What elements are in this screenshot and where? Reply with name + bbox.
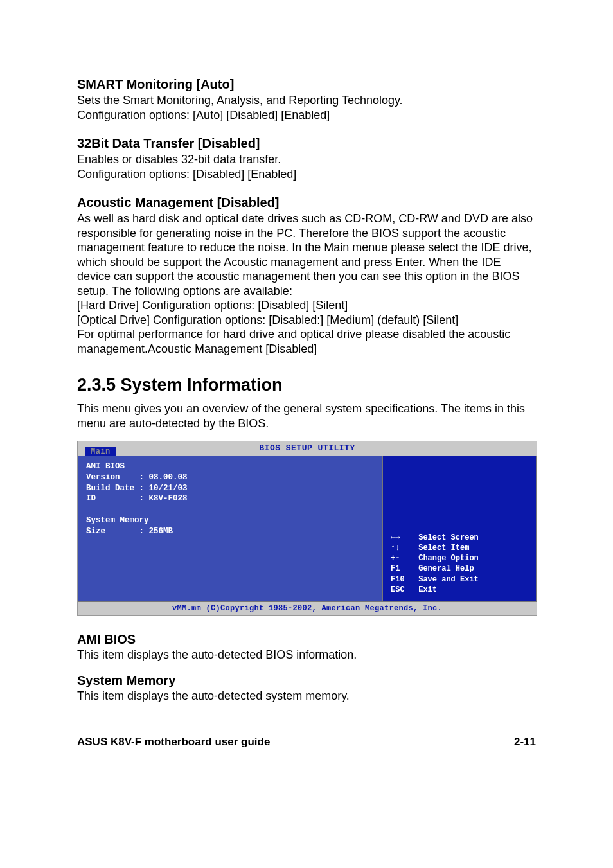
sysmem-desc: This item displays the auto-detected sys… (77, 689, 536, 703)
section-sysinfo-title: 2.3.5 System Information (77, 375, 536, 395)
bios-body: AMI BIOS Version : 08.00.08 Build Date :… (78, 456, 537, 602)
section-sysinfo-intro: This menu gives you an overview of the g… (77, 402, 536, 432)
amibios-desc: This item displays the auto-detected BIO… (77, 648, 536, 662)
sysmem-title: System Memory (77, 673, 536, 688)
bios-right-panel: ←→ Select Screen ↑↓ Select Item +- Chang… (383, 456, 537, 602)
transfer-desc: Enables or disables 32-bit data transfer… (77, 152, 536, 181)
bios-help-text: ←→ Select Screen ↑↓ Select Item +- Chang… (391, 533, 529, 595)
bios-header: BIOS SETUP UTILITY Main (78, 441, 537, 456)
smart-title: SMART Monitoring [Auto] (77, 77, 536, 92)
page-footer: ASUS K8V-F motherboard user guide 2-11 (77, 729, 536, 748)
transfer-title: 32Bit Data Transfer [Disabled] (77, 136, 536, 151)
amibios-title: AMI BIOS (77, 632, 536, 647)
smart-desc: Sets the Smart Monitoring, Analysis, and… (77, 93, 536, 122)
bios-tab-main: Main (85, 447, 116, 456)
footer-left: ASUS K8V-F motherboard user guide (77, 736, 270, 748)
acoustic-desc: As well as hard disk and optical date dr… (77, 211, 536, 356)
bios-left-panel: AMI BIOS Version : 08.00.08 Build Date :… (78, 456, 383, 602)
footer-right: 2-11 (514, 736, 536, 748)
bios-footer: vMM.mm (C)Copyright 1985-2002, American … (78, 602, 537, 615)
bios-header-title: BIOS SETUP UTILITY (259, 443, 355, 453)
acoustic-title: Acoustic Management [Disabled] (77, 195, 536, 210)
bios-screenshot: BIOS SETUP UTILITY Main AMI BIOS Version… (77, 441, 537, 616)
